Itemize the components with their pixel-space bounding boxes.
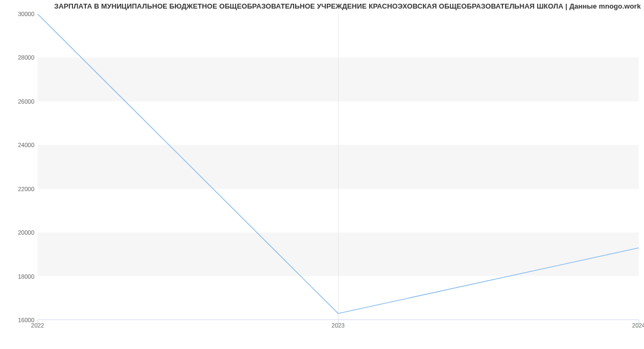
y-tick-label: 16000 xyxy=(4,317,34,323)
salary-series xyxy=(38,14,639,314)
x-tick-mark xyxy=(639,320,639,324)
y-tick-label: 22000 xyxy=(4,186,34,192)
y-tick-label: 26000 xyxy=(4,98,34,105)
y-tick-label: 18000 xyxy=(4,273,34,280)
y-tick-label: 28000 xyxy=(4,54,34,61)
chart-title: ЗАРПЛАТА В МУНИЦИПАЛЬНОЕ БЮДЖЕТНОЕ ОБЩЕО… xyxy=(54,2,641,10)
x-tick-mark xyxy=(38,320,38,324)
plot-area xyxy=(38,14,639,320)
y-tick-label: 30000 xyxy=(4,11,34,17)
x-tick-mark xyxy=(338,320,339,324)
y-tick-label: 20000 xyxy=(4,229,34,236)
chart-container: ЗАРПЛАТА В МУНИЦИПАЛЬНОЕ БЮДЖЕТНОЕ ОБЩЕО… xyxy=(0,0,644,349)
y-tick-label: 24000 xyxy=(4,142,34,148)
series-layer xyxy=(38,14,639,320)
